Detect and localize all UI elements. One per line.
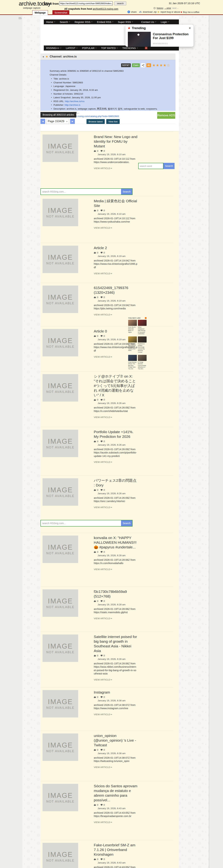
entry-thumbnail-placeholder[interactable]: IMAGE NOT AVAILABLE	[42, 690, 78, 717]
history-link[interactable]: history	[157, 7, 163, 9]
feed-search-button[interactable]: Search	[121, 520, 132, 526]
nav-rssing[interactable]: RSSING>>▽	[46, 46, 61, 50]
view-article-link[interactable]: VIEW ARTICLE⇒	[94, 678, 137, 681]
promo-item[interactable]: When Hollywood Was Wrong: 8 Canceled Cel…	[138, 320, 147, 335]
entry-thumbnail-placeholder[interactable]: IMAGE NOT AVAILABLE	[42, 478, 78, 506]
nav-badge-icon[interactable]	[145, 47, 148, 49]
entry-title-link[interactable]: Article 0	[94, 329, 137, 334]
all-snapshots-label: All snapshots from host	[64, 7, 92, 10]
entry-title-link[interactable]: f3c1730c78b6b59a9 (512×768)	[94, 589, 137, 599]
nav-popular[interactable]: POPULAR▽	[82, 46, 97, 50]
nav-embed-rss[interactable]: Embed RSS▽	[97, 21, 113, 24]
entry-thumbnail-placeholder[interactable]: IMAGE NOT AVAILABLE	[42, 430, 78, 457]
sidebar-search-input[interactable]	[138, 163, 163, 169]
view-article-link[interactable]: VIEW ARTICLE⇒	[94, 461, 137, 463]
trending-ad-title[interactable]: Coronavirus Protection For Just $199	[153, 32, 191, 40]
entry-thumbnail-placeholder[interactable]: IMAGE NOT AVAILABLE	[42, 535, 78, 563]
share-action[interactable]: share	[127, 10, 137, 13]
nav-trending[interactable]: TRENDING▽	[122, 46, 138, 50]
favorite-star-icon[interactable]: ★	[45, 55, 48, 59]
entry-thumbnail-placeholder[interactable]: IMAGE NOT AVAILABLE	[42, 199, 78, 226]
entry-title-link[interactable]: Satellite internet poised for big bang o…	[94, 634, 137, 653]
promo-item[interactable]: Mysterious Deaths Seemingly Caused By Mu…	[138, 336, 147, 353]
entry-title-link[interactable]: シド@ホテイブ⑦ on X: "それは国会で決めること #つくって5元知事が入ば…	[94, 374, 137, 397]
score-badge[interactable]: 41	[147, 63, 151, 67]
download-zip-action[interactable]: download .zip	[139, 10, 157, 13]
view-article-link[interactable]: VIEW ARTICLE⇒	[94, 272, 137, 275]
entry-title-link[interactable]: konvalia on X: "HAPPY HALLOWEEN HUMANS!!…	[94, 535, 137, 550]
nav-latest[interactable]: LATEST▽	[66, 46, 77, 50]
entry-thumbnail-placeholder[interactable]: IMAGE NOT AVAILABLE	[42, 843, 78, 868]
view-live-button[interactable]: View live	[106, 119, 120, 124]
entry-thumbnail-placeholder[interactable]: IMAGE NOT AVAILABLE	[42, 329, 78, 356]
promo-item[interactable]: 6 Things Women Found Really Attractive I…	[138, 355, 147, 370]
remove-ads-button[interactable]: Remove ADS	[157, 112, 175, 119]
entry-title-link[interactable]: Brand New: New Logo and Identity for FOM…	[94, 134, 137, 149]
host-link[interactable]: archive8113.rssing.com	[93, 7, 118, 10]
nav-super-rss[interactable]: Super RSS▽	[118, 21, 133, 24]
tab-webpage[interactable]: Webpage	[32, 10, 48, 15]
view-article-link[interactable]: VIEW ARTICLE⇒	[94, 568, 137, 570]
trending-ad-image[interactable]	[128, 32, 151, 47]
feed-search-button[interactable]: Search	[121, 189, 132, 195]
mgid-logo-icon[interactable]	[145, 317, 147, 319]
nav-login[interactable]: Login▽	[161, 21, 169, 24]
view-article-link[interactable]: VIEW ARTICLE⇒	[94, 355, 137, 358]
view-article-link[interactable]: VIEW ARTICLE⇒	[94, 416, 137, 418]
entry-thumbnail-placeholder[interactable]: IMAGE NOT AVAILABLE	[42, 286, 78, 313]
nav-home[interactable]: Home▽	[46, 21, 55, 24]
star-rating[interactable]: ★★★★☆	[152, 63, 170, 67]
feed-search-input[interactable]	[41, 520, 121, 526]
entry-thumbnail-placeholder[interactable]: IMAGE NOT AVAILABLE	[42, 374, 78, 402]
next-link[interactable]: next→	[172, 7, 179, 9]
entry-title-link[interactable]: 615422469_1799376 (1320×2346)	[94, 286, 137, 295]
buy-coffee-action[interactable]: ♥ Buy me a coffee	[181, 10, 199, 13]
load-progress[interactable]: 0%	[19, 17, 22, 19]
expand-icon[interactable]: +	[42, 55, 44, 58]
feed-search-input[interactable]	[41, 189, 121, 195]
nav-register-rss[interactable]: Register RSS▽	[74, 21, 92, 24]
view-article-link[interactable]: VIEW ARTICLE⇒	[94, 821, 137, 824]
rss-url-link[interactable]: http://archive.is/rss	[64, 100, 85, 102]
tab-screenshot[interactable]: Screenshot	[53, 10, 69, 15]
view-article-link[interactable]: VIEW ARTICLE⇒	[94, 766, 137, 769]
entry-thumbnail-placeholder[interactable]: IMAGE NOT AVAILABLE	[42, 134, 78, 162]
view-article-link[interactable]: VIEW ARTICLE⇒	[94, 713, 137, 716]
sidebar-search-button[interactable]: Search	[163, 163, 174, 169]
header-search-button[interactable]: search	[114, 1, 126, 5]
view-article-link[interactable]: VIEW ARTICLE⇒	[94, 617, 137, 620]
claim-button[interactable]: Claim	[132, 63, 140, 67]
entry-thumbnail-placeholder[interactable]: IMAGE NOT AVAILABLE	[42, 634, 78, 662]
entry-thumbnail-placeholder[interactable]: IMAGE NOT AVAILABLE	[42, 246, 78, 273]
nav-search[interactable]: Search▽	[60, 21, 70, 24]
entry-thumbnail-placeholder[interactable]: IMAGE NOT AVAILABLE	[42, 589, 78, 617]
entry-thumbnail-placeholder[interactable]: IMAGE NOT AVAILABLE	[42, 734, 78, 761]
view-article-link[interactable]: VIEW ARTICLE⇒	[94, 167, 137, 169]
prior-link[interactable]: ←prior	[164, 7, 171, 9]
share-channel-button[interactable]	[141, 63, 145, 67]
view-article-link[interactable]: VIEW ARTICLE⇒	[94, 506, 137, 509]
report-bug-action[interactable]: report bug or abuse	[157, 10, 180, 13]
nav-top-rated[interactable]: TOP RATED▽	[101, 46, 118, 50]
next-page-button[interactable]: ▶	[70, 119, 75, 124]
prev-page-button[interactable]: ◀	[40, 119, 45, 124]
close-icon[interactable]: ✕	[189, 26, 191, 30]
entry-title-link[interactable]: Instagram	[94, 690, 137, 695]
publisher-link[interactable]: http://archive.is	[64, 104, 81, 106]
view-article-link[interactable]: VIEW ARTICLE⇒	[94, 226, 137, 229]
entry-title-link[interactable]: Sócios do Santos aprovam mudança de esta…	[94, 784, 137, 803]
entry-title-link[interactable]: Portfolio Update +141%. My Prediction fo…	[94, 430, 137, 439]
entry-title-link[interactable]: union_opinion (@union_opinion) 's Live -…	[94, 734, 137, 747]
browse-latest-button[interactable]: Browse latest	[87, 119, 105, 124]
view-article-link[interactable]: VIEW ARTICLE⇒	[94, 313, 137, 316]
entry-title-link[interactable]: Article 2	[94, 246, 137, 250]
entry-thumbnail-placeholder[interactable]: IMAGE NOT AVAILABLE	[42, 784, 78, 811]
nsfw-button[interactable]: NSFW?	[121, 63, 131, 67]
entry-title-link[interactable]: Fake-Leserbrief SM-Z am 7.1.26 | Ortsver…	[94, 843, 137, 857]
page-select[interactable]: Page 153429 ∨	[46, 119, 69, 124]
entry-title-link[interactable]: パワーチェス2章の問題点 : Dory	[94, 478, 137, 488]
entry-title-link[interactable]: Media | 緑黄色社会 Official Site	[94, 199, 137, 208]
saved-url-input[interactable]	[59, 1, 113, 5]
entry-source-url: https://static.manmobits.glphst	[94, 611, 137, 614]
nav-contact-us[interactable]: Contact Us▽	[141, 21, 156, 24]
